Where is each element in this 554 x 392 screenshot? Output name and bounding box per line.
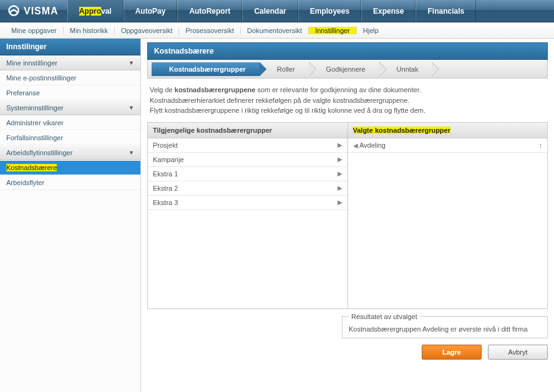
topnav-tab-autopay[interactable]: AutoPay xyxy=(124,0,178,22)
step-tab-kostnadsbærergrupper[interactable]: Kostnadsbærergrupper xyxy=(152,62,260,76)
topnav-tab-expense[interactable]: Expense xyxy=(361,0,415,22)
chevron-right-icon: ▶ xyxy=(338,170,343,177)
main: Kostnadsbærere KostnadsbærergrupperRolle… xyxy=(141,39,554,392)
list-item[interactable]: Ekstra 3▶ xyxy=(148,196,347,210)
panel-title: Kostnadsbærere xyxy=(147,42,548,60)
step-tabs: KostnadsbærergrupperRollerGodkjennereUnn… xyxy=(147,60,548,79)
sidebar-groups: Mine innstillinger▼Mine e-postinnstillin… xyxy=(0,55,140,190)
sidebar-item-preferanse[interactable]: Preferanse xyxy=(0,85,140,100)
sidebar-title: Innstilinger xyxy=(0,39,140,55)
chevron-left-icon xyxy=(353,142,358,149)
sidebar-item-forfallsinnstillinger[interactable]: Forfallsinnstillinger xyxy=(0,130,140,145)
dual-list: Tilgjengelige kostnadsbærergrupper Prosj… xyxy=(147,122,548,309)
chevron-right-icon: ▶ xyxy=(338,141,343,148)
chevron-right-icon: ▶ xyxy=(338,199,343,206)
list-item[interactable]: Ekstra 1▶ xyxy=(148,167,347,181)
sidebar-item-mine-e-postinnstillinger[interactable]: Mine e-postinnstillinger xyxy=(0,70,140,85)
sidebar-group-systeminnstillinger[interactable]: Systeminnstillinger▼ xyxy=(0,100,140,115)
cancel-button[interactable]: Avbryt xyxy=(488,345,548,360)
subnav-item-dokumentoversikt[interactable]: Dokumentoversikt xyxy=(241,27,309,34)
list-item[interactable]: Kampanje▶ xyxy=(148,153,347,167)
topnav-tab-employees[interactable]: Employees xyxy=(298,0,361,22)
subnav-item-mine-oppgaver[interactable]: Mine oppgaver xyxy=(5,27,64,34)
chevron-down-icon: ▼ xyxy=(129,60,134,66)
sidebar-item-arbeidsflyter[interactable]: Arbeidsflyter xyxy=(0,175,140,190)
selected-body[interactable]: Avdeling↕ xyxy=(348,138,548,308)
subnav-item-innstillinger[interactable]: Innstillinger xyxy=(309,27,357,34)
subnav-item-min-historikk[interactable]: Min historikk xyxy=(64,27,115,34)
topnav: VISMA ApprovalAutoPayAutoReportCalendarE… xyxy=(0,0,554,22)
sidebar-group-arbeidsflytinnstillinger[interactable]: Arbeidsflytinnstillinger▼ xyxy=(0,145,140,160)
subnav-item-hjelp[interactable]: Hjelp xyxy=(357,27,385,34)
list-item[interactable]: Ekstra 2▶ xyxy=(148,181,347,196)
selected-column: Valgte kostnadsbærergrupper Avdeling↕ xyxy=(347,123,548,308)
result-legend: Resultatet av utvalget xyxy=(349,313,420,320)
description: Velg de kostnadsbærergruppene som er rel… xyxy=(147,79,548,122)
subnav-item-prosessoversikt[interactable]: Prosessoversikt xyxy=(179,27,241,34)
step-tab-godkjennere[interactable]: Godkjennere xyxy=(309,62,379,76)
step-tab-unntak[interactable]: Unntak xyxy=(379,62,432,76)
topnav-tab-autoreport[interactable]: AutoReport xyxy=(177,0,242,22)
topnav-tab-approval[interactable]: Approval xyxy=(67,0,124,22)
selected-header: Valgte kostnadsbærergrupper xyxy=(348,123,548,138)
button-row: Lagre Avbryt xyxy=(147,345,548,360)
brand-name: VISMA xyxy=(24,6,59,17)
sidebar-item-administrer-vikarer[interactable]: Administrer vikarer xyxy=(0,115,140,130)
logo: VISMA xyxy=(0,0,67,22)
chevron-right-icon: ▶ xyxy=(338,184,343,191)
subnav-item-oppgaveoversikt[interactable]: Oppgaveoversikt xyxy=(115,27,180,34)
sidebar-group-mine-innstillinger[interactable]: Mine innstillinger▼ xyxy=(0,55,140,70)
result-fieldset: Resultatet av utvalget Kostnadsbærergrup… xyxy=(342,313,548,338)
result-text: Kostnadsbærergruppen Avdeling er øverste… xyxy=(349,325,541,333)
chevron-right-icon: ▶ xyxy=(338,156,343,163)
list-item[interactable]: Avdeling↕ xyxy=(348,138,548,153)
list-item[interactable]: Prosjekt▶ xyxy=(148,138,347,153)
subnav: Mine oppgaverMin historikkOppgaveoversik… xyxy=(0,22,554,39)
visma-logo-icon xyxy=(7,4,20,18)
available-body[interactable]: Prosjekt▶Kampanje▶Ekstra 1▶Ekstra 2▶Ekst… xyxy=(148,138,347,308)
topnav-tab-calendar[interactable]: Calendar xyxy=(242,0,298,22)
sidebar: Innstilinger Mine innstillinger▼Mine e-p… xyxy=(0,39,141,392)
available-column: Tilgjengelige kostnadsbærergrupper Prosj… xyxy=(148,123,347,308)
topnav-tab-financials[interactable]: Financials xyxy=(415,0,476,22)
sort-handle-icon[interactable]: ↕ xyxy=(539,141,543,149)
chevron-down-icon: ▼ xyxy=(129,150,134,156)
sidebar-item-kostnadsbærere[interactable]: Kostnadsbærere xyxy=(0,160,140,175)
chevron-down-icon: ▼ xyxy=(129,105,134,111)
save-button[interactable]: Lagre xyxy=(422,345,482,360)
available-header: Tilgjengelige kostnadsbærergrupper xyxy=(148,123,347,138)
topnav-tabs: ApprovalAutoPayAutoReportCalendarEmploye… xyxy=(67,0,476,22)
